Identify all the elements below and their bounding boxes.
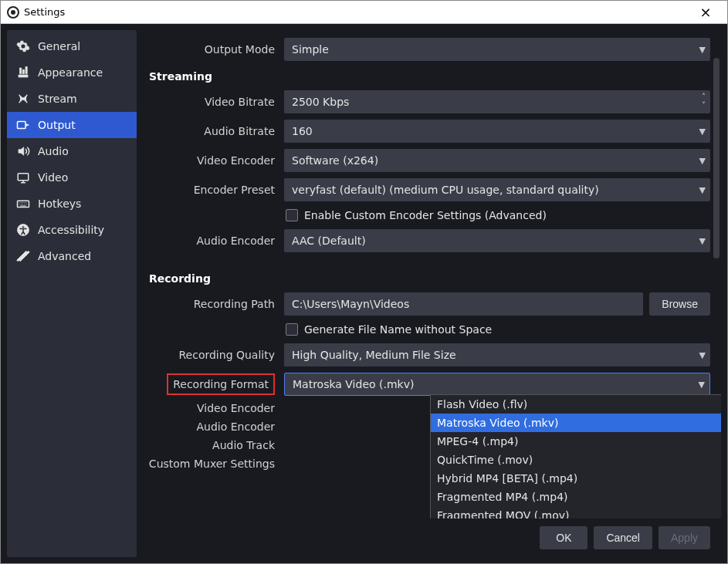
output-mode-select[interactable]: Simple ▼ [284,38,710,61]
streaming-header: Streaming [143,64,721,87]
format-option[interactable]: Hybrid MP4 [BETA] (.mp4) [431,469,721,488]
recording-format-label: Recording Format [167,373,275,395]
content-pane: Output Mode Simple ▼ Streaming Video Bit… [143,30,721,518]
window-title: Settings [24,6,65,18]
sidebar-item-label: Video [38,171,68,184]
video-encoder-value: Software (x264) [292,154,378,167]
no-space-checkbox[interactable] [286,323,298,336]
output-mode-value: Simple [292,43,329,56]
gear-icon [16,39,30,53]
sidebar-item-label: Accessibility [38,224,104,236]
format-option[interactable]: MPEG-4 (.mp4) [431,432,721,451]
video-encoder-select[interactable]: Software (x264) ▼ [284,149,710,172]
audio-encoder-label: Audio Encoder [143,235,278,247]
scrollbar-thumb[interactable] [713,58,720,258]
format-option[interactable]: Fragmented MP4 (.mp4) [431,488,721,506]
sidebar-item-label: Stream [38,93,77,105]
tools-icon [16,249,30,263]
recording-quality-value: High Quality, Medium File Size [292,349,456,361]
speaker-icon [16,144,30,158]
audio-bitrate-select[interactable]: 160 ▼ [284,120,710,143]
chevron-down-icon: ▼ [699,373,705,395]
sidebar-item-appearance[interactable]: Appearance [7,59,137,86]
video-bitrate-input[interactable]: 2500 Kbps ˄˅ [284,90,710,113]
sidebar-item-label: Output [38,119,76,131]
apply-button[interactable]: Apply [659,526,710,549]
video-bitrate-value: 2500 Kbps [292,96,349,108]
recording-path-label: Recording Path [143,298,278,310]
custom-encoder-label: Enable Custom Encoder Settings (Advanced… [304,209,547,221]
svg-point-5 [22,226,25,228]
svg-point-0 [22,98,25,100]
chevron-down-icon: ▼ [699,149,706,172]
sidebar-item-hotkeys[interactable]: Hotkeys [7,191,137,217]
muxer-label: Custom Muxer Settings [143,458,278,470]
video-encoder-label: Video Encoder [143,154,278,167]
sidebar-item-label: Hotkeys [38,198,81,210]
sidebar-item-general[interactable]: General [7,33,137,59]
sidebar-item-label: Appearance [38,66,103,79]
settings-window: Settings × GeneralAppearanceStreamOutput… [0,0,728,564]
app-icon [7,6,19,19]
titlebar: Settings × [1,1,727,24]
audio-encoder-value: AAC (Default) [292,235,366,247]
brush-icon [16,66,30,79]
encoder-preset-value: veryfast (default) (medium CPU usage, st… [292,184,599,196]
monitor-icon [16,171,30,184]
svg-rect-1 [18,122,26,129]
keyboard-icon [16,197,30,211]
recording-path-input[interactable]: C:\Users\Mayn\Videos [284,292,643,316]
sidebar-item-label: Audio [38,145,69,157]
sidebar: GeneralAppearanceStreamOutputAudioVideoH… [7,30,137,557]
recording-format-select[interactable]: Matroska Video (.mkv) ▼ [284,373,710,396]
chevron-down-icon: ▼ [699,229,706,252]
audio-encoder-select[interactable]: AAC (Default) ▼ [284,229,710,252]
custom-encoder-checkbox[interactable] [286,209,298,221]
antenna-icon [16,92,30,106]
spin-down-icon[interactable]: ˅ [702,102,706,110]
svg-rect-2 [18,174,29,181]
rec-video-encoder-label: Video Encoder [143,402,278,414]
encoder-preset-label: Encoder Preset [143,184,278,196]
output-mode-row: Output Mode Simple ▼ [143,30,721,64]
recording-quality-select[interactable]: High Quality, Medium File Size ▼ [284,343,710,366]
audio-track-label: Audio Track [143,439,278,451]
format-option[interactable]: Flash Video (.flv) [431,395,721,414]
format-option[interactable]: Matroska Video (.mkv) [431,414,721,432]
audio-bitrate-value: 160 [292,125,313,137]
video-bitrate-label: Video Bitrate [143,96,278,108]
no-space-label: Generate File Name without Space [304,323,492,336]
audio-bitrate-label: Audio Bitrate [143,125,278,137]
cancel-button[interactable]: Cancel [594,526,652,549]
chevron-down-icon: ▼ [699,120,706,143]
accessibility-icon [16,223,30,237]
encoder-preset-select[interactable]: veryfast (default) (medium CPU usage, st… [284,178,710,201]
chevron-down-icon: ▼ [699,343,706,366]
output-icon [16,118,30,132]
recording-path-value: C:\Users\Mayn\Videos [292,298,409,310]
sidebar-item-video[interactable]: Video [7,164,137,191]
chevron-down-icon: ▼ [699,38,706,61]
close-icon[interactable]: × [690,4,721,20]
sidebar-item-label: Advanced [38,250,91,262]
browse-button[interactable]: Browse [649,292,710,316]
sidebar-item-label: General [38,40,80,52]
chevron-down-icon: ▼ [699,178,706,201]
format-option[interactable]: QuickTime (.mov) [431,451,721,469]
rec-audio-encoder-label: Audio Encoder [143,420,278,433]
sidebar-item-stream[interactable]: Stream [7,86,137,112]
recording-quality-label: Recording Quality [143,349,278,361]
output-mode-label: Output Mode [143,43,278,56]
recording-format-value: Matroska Video (.mkv) [293,378,414,390]
recording-format-dropdown[interactable]: Flash Video (.flv)Matroska Video (.mkv)M… [430,394,721,518]
ok-button[interactable]: OK [540,526,587,549]
sidebar-item-advanced[interactable]: Advanced [7,243,137,269]
recording-header: Recording [143,266,721,289]
sidebar-item-output[interactable]: Output [7,112,137,138]
sidebar-item-accessibility[interactable]: Accessibility [7,217,137,243]
format-option[interactable]: Fragmented MOV (.mov) [431,506,721,518]
footer: OK Cancel Apply [143,518,721,557]
sidebar-item-audio[interactable]: Audio [7,138,137,164]
